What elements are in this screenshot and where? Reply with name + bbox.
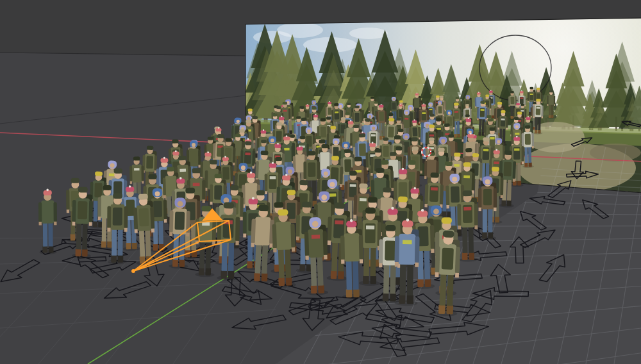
blender-3d-viewport[interactable]	[0, 0, 641, 364]
cloud	[277, 22, 323, 38]
camera-origin-point	[131, 269, 135, 273]
cloud	[349, 28, 388, 39]
viewport-canvas[interactable]	[0, 0, 641, 364]
